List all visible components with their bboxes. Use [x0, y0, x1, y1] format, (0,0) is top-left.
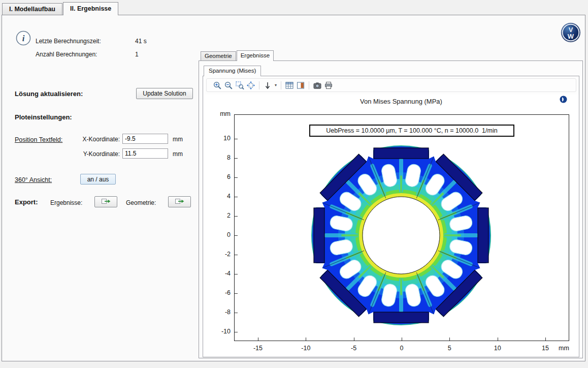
update-solution-button[interactable]: Update Solution: [136, 88, 193, 99]
tab-spannung-mises[interactable]: Spannung (Mises): [204, 66, 261, 76]
x-tick-label: 15: [535, 345, 556, 352]
y-tick-label: -6: [211, 289, 231, 296]
tab-ergebnisse[interactable]: II. Ergebnisse: [63, 2, 118, 15]
comsol-corner-icon: [560, 96, 567, 105]
export-results-button[interactable]: [94, 196, 117, 207]
results-tab-bar: Geometrie Ergebnisse: [201, 50, 274, 61]
results-panel: ▾: [199, 60, 583, 358]
orientation-dropdown-caret[interactable]: ▾: [273, 83, 278, 87]
toolbar-separator: [309, 81, 309, 89]
y-unit-label: mm: [173, 150, 183, 158]
x-tick-label: -15: [248, 345, 268, 352]
vw-logo-w: W: [568, 33, 574, 40]
y-tick-mark: [235, 332, 238, 332]
tab-ergebnisse-view[interactable]: Ergebnisse: [237, 50, 274, 61]
view-orientation-icon[interactable]: [262, 80, 273, 91]
view-360-label: 360° Ansicht:: [15, 176, 52, 183]
y-tick-label: -4: [211, 270, 231, 277]
toolbar-separator: [281, 81, 281, 89]
y-tick-label: 10: [211, 135, 231, 142]
y-tick-mark: [235, 197, 238, 197]
plot-area: Von Mises Spannung (MPa) mm UebPress = 1…: [204, 95, 579, 356]
snapshot-icon[interactable]: [312, 80, 323, 91]
x-tick-label: 10: [487, 345, 508, 352]
y-coordinate-input[interactable]: [122, 148, 168, 159]
last-computation-label: Letzte Berechnungszeit:: [36, 38, 101, 45]
export-geometry-label: Geometrie:: [126, 199, 156, 206]
plot-toolbar: ▾: [206, 78, 576, 92]
y-tick-mark: [235, 177, 238, 178]
export-arrow-icon: [175, 198, 185, 206]
y-tick-mark: [235, 216, 238, 217]
computation-count-label: Anzahl Berechnungen:: [36, 51, 97, 58]
y-tick-mark: [235, 274, 238, 274]
x-coordinate-label: X-Koordinate:: [63, 136, 120, 143]
main-tab-bar: I. Modellaufbau II. Ergebnisse: [2, 2, 119, 15]
toolbar-separator: [259, 81, 259, 89]
x-tick-mark: [258, 338, 258, 341]
y-coordinate-label: Y-Koordinate:: [63, 150, 120, 158]
x-tick-label: 5: [439, 345, 460, 352]
toggle-360-view-button[interactable]: an / aus: [80, 174, 116, 185]
y-tick-mark: [235, 139, 238, 139]
computation-count-value: 1: [135, 51, 139, 58]
vw-logo: V W: [561, 22, 581, 44]
export-results-label: Ergebnisse:: [50, 199, 82, 206]
position-textfield-label: Position Textfeld:: [15, 136, 62, 143]
x-tick-mark: [498, 338, 498, 341]
y-tick-label: -10: [211, 328, 231, 335]
y-tick-mark: [235, 313, 238, 313]
x-unit-label: mm: [173, 136, 183, 143]
y-tick-label: -2: [211, 251, 231, 258]
y-tick-label: -8: [211, 309, 231, 316]
y-tick-label: 0: [211, 231, 231, 238]
info-glyph: i: [22, 34, 25, 43]
plot-settings-heading: Ploteinstellungen:: [15, 113, 72, 121]
x-tick-label: 0: [391, 345, 412, 352]
y-tick-mark: [235, 255, 238, 255]
x-tick-label: -5: [344, 345, 364, 352]
info-icon: i: [15, 30, 31, 48]
color-legend-icon[interactable]: [295, 80, 306, 91]
x-tick-mark: [354, 338, 354, 341]
zoom-out-icon[interactable]: [223, 80, 234, 91]
zoom-in-icon[interactable]: [212, 80, 223, 91]
export-geometry-button[interactable]: [168, 196, 191, 207]
y-axis-unit: mm: [212, 110, 231, 117]
main-pane: i Letzte Berechnungszeit: 41 s Anzahl Be…: [2, 15, 585, 361]
grid-icon[interactable]: [284, 80, 295, 91]
x-axis-unit: mm: [559, 345, 569, 352]
von-mises-plot-graphic: [305, 139, 498, 332]
y-tick-mark: [235, 235, 238, 236]
x-tick-label: -10: [296, 345, 316, 352]
print-icon[interactable]: [323, 80, 334, 91]
y-tick-label: 2: [211, 212, 231, 219]
x-tick-mark: [449, 338, 450, 341]
y-tick-label: 4: [211, 193, 231, 200]
export-heading: Export:: [15, 198, 38, 206]
x-tick-mark: [306, 338, 306, 341]
tab-geometrie[interactable]: Geometrie: [201, 51, 236, 61]
y-tick-mark: [235, 158, 238, 159]
plot-tab-bar: Spannung (Mises): [204, 66, 261, 76]
update-solution-label: Lösung aktualisieren:: [15, 90, 83, 98]
zoom-box-icon[interactable]: [234, 80, 245, 91]
plot-annotation: UebPress = 10.0000 µm, T = 100.000 °C, n…: [309, 125, 514, 137]
x-coordinate-input[interactable]: [122, 134, 168, 144]
y-tick-label: 8: [211, 154, 231, 161]
app-window: i Letzte Berechnungszeit: 41 s Anzahl Be…: [0, 0, 588, 368]
last-computation-value: 41 s: [135, 38, 147, 45]
export-arrow-icon: [101, 198, 111, 206]
x-tick-mark: [402, 338, 402, 341]
plot-panel: ▾: [203, 76, 579, 357]
y-tick-mark: [235, 293, 238, 294]
y-tick-label: 6: [211, 173, 231, 180]
zoom-extents-icon[interactable]: [245, 80, 256, 91]
x-tick-mark: [545, 338, 546, 341]
plot-title: Von Mises Spannung (MPa): [222, 98, 580, 105]
tab-modellaufbau[interactable]: I. Modellaufbau: [2, 3, 62, 15]
